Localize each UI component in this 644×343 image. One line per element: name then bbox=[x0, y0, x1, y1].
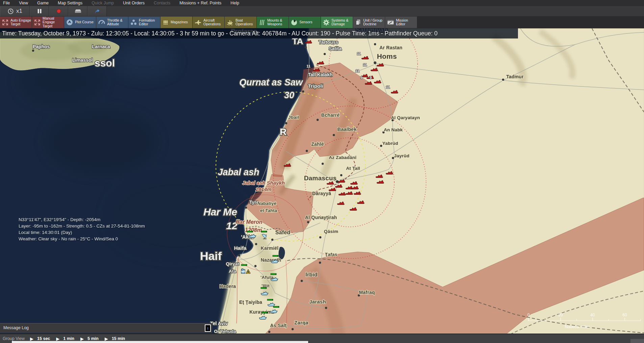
scale-tick-label: 40 bbox=[590, 313, 595, 317]
city-label-at-tall: At Tall bbox=[346, 166, 360, 171]
play-triangle-icon: ▶ bbox=[56, 336, 59, 341]
expand-log-button[interactable]: ↑ bbox=[205, 324, 211, 332]
time-step-15-min[interactable]: ▶15 min bbox=[105, 336, 125, 341]
ribbon-btn-label: Plot Course bbox=[75, 20, 94, 24]
city-label-an-nabk: An Nabk bbox=[384, 127, 403, 132]
info-line-1: N33°11'47", E32°19'54" - Depth: -2054m bbox=[19, 216, 145, 223]
city-dot bbox=[271, 239, 273, 241]
scale-caption: Nautical miles bbox=[565, 324, 590, 329]
time-step-5-min[interactable]: ▶5 min bbox=[80, 336, 99, 341]
city-dot bbox=[324, 53, 326, 55]
ribbon-btn-formation-editor[interactable]: FormationEditor bbox=[128, 17, 160, 28]
ribbon-btn-manual-engage-target[interactable]: ManualEngage Target bbox=[32, 17, 64, 28]
time-step-1-min[interactable]: ▶1 min bbox=[56, 336, 74, 341]
ribbon-btn-systems-damage[interactable]: Systems &Damage bbox=[321, 17, 353, 28]
unit-health-bar-tip bbox=[277, 255, 278, 257]
region-label-haif: Haif bbox=[200, 249, 222, 262]
city-label-haifa: Haifa bbox=[234, 245, 247, 251]
ribbon-btn-mission-editor[interactable]: MissionEditor bbox=[385, 17, 417, 28]
menu-item-map-settings[interactable]: Map Settings bbox=[58, 1, 82, 5]
ribbon-btn-boat-operations[interactable]: BoatOperations bbox=[225, 17, 256, 28]
unit-count-label: 11 bbox=[363, 63, 367, 67]
formation-icon bbox=[130, 19, 137, 26]
city-label-al-qaryatayn: Al Qaryatayn bbox=[391, 115, 420, 120]
city-dot bbox=[333, 134, 335, 136]
message-log-bar[interactable]: Message Log ↑ bbox=[0, 323, 212, 334]
map-canvas[interactable]: PaphosLimassolLarnacaTartoussSatitaAr Ra… bbox=[0, 0, 644, 343]
play-triangle-icon: ▶ bbox=[30, 336, 33, 341]
elevation-label: Har Meron bbox=[236, 219, 262, 225]
city-dot bbox=[325, 307, 327, 309]
ribbon-btn-plot-course[interactable]: Plot Course bbox=[64, 17, 96, 28]
region-label-qurnat-as-saw: Qurnat as Saw bbox=[239, 77, 303, 87]
menu-item-view[interactable]: View bbox=[19, 1, 28, 5]
ribbon-btn-magazines[interactable]: Magazines bbox=[160, 17, 192, 28]
city-label-afas: Ţafas bbox=[325, 252, 337, 257]
city-label-jarash: Jarash bbox=[309, 299, 326, 305]
clock-icon bbox=[7, 8, 14, 15]
jump-to-button[interactable] bbox=[88, 6, 107, 16]
ribbon-btn-sensors[interactable]: Sensors bbox=[289, 17, 321, 28]
magazines-icon bbox=[162, 19, 169, 26]
unit-count-label: 11 bbox=[386, 85, 390, 89]
bottom-progress-strip[interactable] bbox=[12, 341, 308, 343]
menu-item-file[interactable]: File bbox=[3, 1, 10, 5]
scale-tick-label: 0 bbox=[527, 313, 530, 317]
record-button[interactable] bbox=[49, 6, 68, 16]
info-line-3: Local time: 14:30:01 (Day) bbox=[19, 229, 145, 236]
resize-grip[interactable] bbox=[630, 339, 644, 343]
city-dot bbox=[322, 163, 324, 165]
city-label-damascus: Damascus bbox=[304, 175, 337, 182]
city-label-qiryat: Qiryat bbox=[226, 261, 239, 266]
city-dot bbox=[340, 174, 342, 176]
city-dot bbox=[254, 265, 256, 267]
menu-item-quick-jump: Quick Jump bbox=[92, 1, 114, 5]
city-dot bbox=[380, 145, 382, 147]
group-view-label: Group View bbox=[3, 336, 25, 341]
unit-health-bar-tip bbox=[272, 299, 273, 300]
pause-icon bbox=[36, 8, 43, 14]
time-step-15-sec[interactable]: ▶15 sec bbox=[30, 336, 50, 341]
ribbon-btn-label: AircraftOperations bbox=[203, 19, 221, 26]
ribbon-btn-label: Throttle &Altitude bbox=[107, 19, 123, 26]
city-label-tall-kalakh: Tall Kalakh bbox=[308, 72, 333, 77]
up-arrow-icon: ↑ bbox=[207, 326, 209, 331]
unit-health-bar-tip bbox=[278, 306, 279, 308]
menu-item-missions-ref-points[interactable]: Missions + Ref. Points bbox=[179, 1, 221, 5]
city-label-e-aiyiba: Eţ Ţaiyiba bbox=[239, 299, 262, 305]
city-dot bbox=[268, 331, 270, 333]
time-compression-button[interactable]: x1 bbox=[0, 6, 30, 16]
region-label-r: R bbox=[280, 127, 287, 137]
ribbon-btn-mounts-weapons[interactable]: Mounts &Weapons bbox=[257, 17, 289, 28]
ribbon-btn-unit-group-doctrine[interactable]: Unit / GroupDoctrine bbox=[353, 17, 385, 28]
city-label-baalbek: Baalbek bbox=[337, 127, 357, 132]
city-label-yabr-d: Yabrūd bbox=[382, 141, 398, 146]
ribbon-btn-aircraft-operations[interactable]: AircraftOperations bbox=[193, 17, 224, 28]
ribbon-btn-label: MissionEditor bbox=[396, 19, 408, 26]
city-label-et-tahta: et Tahta bbox=[260, 208, 277, 213]
ribbon-btn-throttle-altitude[interactable]: Throttle &Altitude bbox=[96, 17, 128, 28]
unit-health-bar-tip bbox=[267, 312, 268, 313]
ribbon-btn-auto-engage-target[interactable]: Auto EngageTarget bbox=[0, 17, 32, 28]
city-dot bbox=[319, 236, 321, 238]
play-triangle-icon: ▶ bbox=[80, 336, 84, 341]
throttle-icon bbox=[98, 19, 105, 26]
city-label-or-yehuda: Or Yehuda bbox=[214, 329, 237, 334]
recorder-button[interactable] bbox=[68, 6, 88, 16]
replay-icon bbox=[74, 8, 82, 15]
mounts-icon bbox=[258, 19, 266, 26]
unit-health-bar-tip bbox=[266, 231, 267, 232]
menu-item-game[interactable]: Game bbox=[37, 1, 49, 5]
time-step-label: 5 min bbox=[88, 336, 99, 341]
cmo-game-window: PaphosLimassolLarnacaTartoussSatitaAr Ra… bbox=[0, 0, 644, 343]
elevation-label: 2814m bbox=[255, 186, 272, 192]
city-dot bbox=[285, 122, 287, 124]
menu-item-unit-orders[interactable]: Unit Orders bbox=[123, 1, 145, 5]
unit-count-label: 9 bbox=[370, 76, 372, 80]
pause-button[interactable] bbox=[30, 6, 49, 16]
menu-item-help[interactable]: Help bbox=[230, 1, 239, 5]
time-status-bar: Time: Tuesday, October 9, 1973 - Zulu: 1… bbox=[0, 28, 518, 38]
city-label-hadera: Hadera bbox=[220, 284, 236, 289]
doctrine-icon bbox=[355, 19, 362, 26]
city-dot bbox=[292, 328, 294, 330]
